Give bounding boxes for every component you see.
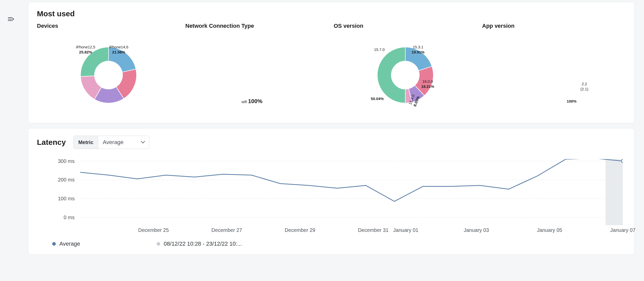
latency-chart[interactable]: 300 ms200 ms100 ms0 ms December 25Decemb…	[37, 159, 625, 225]
donut-row: DevicesiPhone12,525.82%iPhone14,621.58%N…	[37, 23, 625, 116]
svg-rect-16	[606, 159, 623, 225]
metric-value[interactable]: Average	[98, 136, 149, 149]
donut-column: App version2.2(2.1)100%	[482, 23, 626, 116]
legend-label: Average	[59, 241, 80, 247]
x-axis: December 25December 27December 29Decembe…	[80, 227, 623, 234]
metric-label: Metric	[74, 136, 98, 149]
latency-title: Latency	[37, 138, 66, 147]
chart-plot-area	[80, 159, 623, 225]
metric-select[interactable]: Metric Average	[73, 136, 149, 149]
svg-text:iPhone14,6: iPhone14,6	[109, 45, 128, 49]
svg-text:2.2: 2.2	[582, 82, 587, 86]
y-tick-label: 100 ms	[58, 196, 75, 202]
x-tick-label: December 27	[211, 227, 242, 233]
svg-text:(2.1): (2.1)	[580, 87, 588, 91]
donut-label: OS version	[334, 23, 477, 29]
donut-label: Devices	[37, 23, 180, 29]
svg-text:15.3.1: 15.3.1	[413, 45, 423, 49]
x-tick-label: January 05	[537, 227, 562, 233]
x-tick-label: January 01	[393, 227, 419, 233]
latency-card: Latency Metric Average 300 ms200 ms100 m…	[28, 128, 634, 255]
donut-chart[interactable]: wifi 100%	[216, 34, 298, 116]
most-used-title: Most used	[37, 9, 625, 18]
legend-item[interactable]: 08/12/22 10:28 - 23/12/22 10:...	[157, 241, 242, 247]
expand-sidebar-icon	[8, 16, 14, 22]
x-tick-label: January 03	[464, 227, 489, 233]
chevron-down-icon	[141, 141, 145, 144]
donut-label: Network Connection Type	[185, 23, 329, 29]
legend-item[interactable]: Average	[52, 241, 80, 247]
donut-column: OS version15.7.015.3.119.91%16.0.018.21%…	[334, 23, 477, 116]
metric-value-text: Average	[103, 139, 124, 146]
legend-dot-icon	[52, 242, 56, 246]
y-axis: 300 ms200 ms100 ms0 ms	[37, 159, 78, 225]
svg-text:25.82%: 25.82%	[79, 50, 92, 54]
svg-text:100%: 100%	[567, 99, 576, 103]
donut-chart[interactable]: 15.7.015.3.119.91%16.0.018.21%15.4.08.05…	[365, 34, 446, 116]
x-tick-label: December 25	[138, 227, 169, 233]
donut-chart[interactable]: 2.2(2.1)100%	[513, 34, 595, 116]
y-tick-label: 300 ms	[58, 158, 75, 164]
most-used-card: Most used DevicesiPhone12,525.82%iPhone1…	[28, 2, 634, 123]
svg-text:iPhone12,5: iPhone12,5	[76, 45, 95, 49]
svg-text:18.21%: 18.21%	[421, 84, 434, 89]
y-tick-label: 0 ms	[64, 214, 75, 220]
donut-chart[interactable]: iPhone12,525.82%iPhone14,621.58%	[68, 34, 149, 116]
svg-point-21	[621, 160, 623, 163]
svg-text:21.58%: 21.58%	[112, 50, 125, 54]
legend-dot-icon	[157, 242, 160, 246]
svg-text:16.0.0: 16.0.0	[422, 79, 433, 83]
svg-text:15.7.0: 15.7.0	[374, 47, 385, 52]
main-content: Most used DevicesiPhone12,525.82%iPhone1…	[28, 0, 644, 255]
latency-legend: Average08/12/22 10:28 - 23/12/22 10:...	[52, 241, 625, 247]
y-tick-label: 200 ms	[58, 177, 75, 183]
sidebar-expand-button[interactable]	[7, 15, 15, 23]
x-tick-label: December 31	[358, 227, 388, 233]
x-tick-label: January 07	[610, 227, 636, 233]
x-tick-label: December 29	[285, 227, 315, 233]
donut-label: App version	[482, 23, 626, 29]
latency-header: Latency Metric Average	[37, 136, 625, 149]
donut-column: DevicesiPhone12,525.82%iPhone14,621.58%	[37, 23, 180, 116]
svg-text:19.91%: 19.91%	[412, 50, 425, 54]
donut-column: Network Connection Typewifi 100%	[185, 23, 329, 116]
legend-label: 08/12/22 10:28 - 23/12/22 10:...	[164, 241, 242, 247]
svg-text:wifi 100%: wifi 100%	[241, 98, 262, 104]
svg-text:50.04%: 50.04%	[371, 96, 384, 101]
